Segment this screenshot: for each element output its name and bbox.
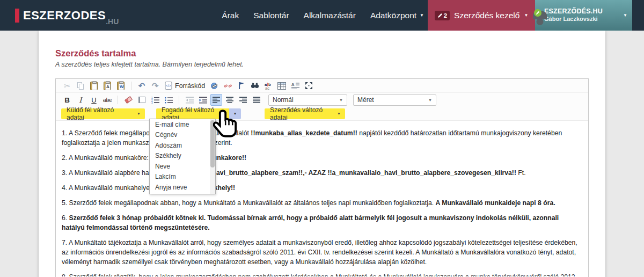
contract-paragraph: 7. A Munkáltató tájékoztatja a Munkaváll… [62,238,582,267]
size-select[interactable]: Méret ▼ [353,94,436,106]
nav-item-sablontar[interactable]: Sablontár [253,11,289,20]
receiver-variables-dropdown: E-mail címe Cégnév Adószám Székhely Neve… [149,119,216,194]
numbered-list-icon[interactable]: 123 [149,94,161,106]
find-icon[interactable] [249,80,261,92]
contract-paragraph: 8. Szerződő felek rögzítik, hogy a jelen… [62,272,582,276]
chevron-down-icon: ▼ [337,112,341,115]
main-nav: Árak Sablontár Alkalmazástár Adatközpont… [222,0,424,31]
chevron-down-icon: ▼ [233,112,237,115]
maximize-icon[interactable] [303,80,314,92]
logo-suffix: .HU [106,17,119,26]
source-icon: </> [165,82,173,90]
page-title: Szerződés tartalma [55,48,136,59]
redo-icon[interactable]: ↷ [149,80,161,92]
dropdown-item[interactable]: Cégnév [150,130,215,141]
svg-text:3: 3 [151,101,153,104]
cut-icon[interactable]: ✂ [61,80,73,92]
replace-icon[interactable]: abac [262,80,274,92]
remove-format-icon[interactable] [122,94,134,106]
dropdown-item[interactable]: Neve [150,161,215,172]
editor-content-area[interactable]: 1. A Szerződő felek megállapodnak abban,… [56,121,588,276]
dropdown-item[interactable]: Anyja neve [150,182,215,193]
avatar-status-badge [534,9,541,17]
justify-icon[interactable] [251,94,262,106]
contract-paragraph: 3. A Munkavállaló alapbére havi !!a_munk… [62,168,582,178]
svg-text:ac: ac [265,86,269,90]
receiver-variables-button[interactable]: Fogadó fél változó adatai [156,108,229,119]
account-org: ESZERZŐDÉS.HU [544,8,619,16]
table-icon[interactable] [276,80,288,92]
nav-item-arak[interactable]: Árak [222,11,239,20]
show-blocks-icon[interactable] [136,94,148,106]
unlink-icon[interactable] [222,80,234,92]
account-menu[interactable]: ESZERZŐDÉS.HU Gábor Laczkovszki ▼ [535,0,632,31]
italic-icon[interactable]: I [75,94,86,106]
chevron-down-icon: ▼ [137,112,141,115]
contract-count-badge: 2 [435,11,450,20]
contract-manager-label: Szerződés kezelő [454,11,519,20]
bulleted-list-icon[interactable] [163,94,174,106]
align-left-icon[interactable] [210,94,222,106]
chevron-down-icon: ▼ [428,98,432,102]
svg-text:A: A [291,82,295,87]
link-icon[interactable] [209,80,221,92]
underline-icon[interactable]: U [88,94,100,106]
contract-paragraph: 1. A Szerződő felek megállapodnak abban,… [62,128,582,148]
account-name: Gábor Laczkovszki [544,16,619,23]
align-right-icon[interactable] [237,94,249,106]
contract-variables-button[interactable]: Szerződés változó adatai ▼ [265,108,345,119]
toolbar-separator [118,96,118,104]
dropdown-item[interactable]: Adószám [150,140,215,151]
paste-word-icon[interactable]: W [115,80,127,92]
dropdown-scrollbar-thumb[interactable] [210,120,215,167]
logo-text: ESZERZODES [23,9,106,23]
templates-icon[interactable]: A [289,80,301,92]
logo-red-bar-icon [15,9,19,23]
undo-icon[interactable]: ↶ [136,80,148,92]
paste-text-icon[interactable]: A [101,80,113,92]
rich-text-editor: ✂ A W ↶ ↷ </> Forráskód abac A [55,78,589,277]
editor-toolbar-row-3: Küldő fél változó adatai ▼ Fogadó fél vá… [56,107,588,121]
sender-variables-button[interactable]: Küldő fél változó adatai ▼ [61,108,145,119]
contract-paragraph: 5. Szerződő felek megállapodnak abban, h… [62,198,582,208]
top-navbar: ESZERZODES .HU Árak Sablontár Alkalmazás… [0,0,644,31]
nav-item-alkalmazastar[interactable]: Alkalmazástár [304,11,356,20]
indent-icon[interactable] [197,94,209,106]
signature-icon [437,13,443,18]
chevron-down-icon: ▼ [623,13,627,18]
dropdown-item[interactable]: Lakcím [150,172,215,183]
chevron-down-icon: ▼ [420,13,424,18]
contract-manager-menu[interactable]: 2 Szerződés kezelő ▼ [428,0,535,31]
nav-item-adatkozpont[interactable]: Adatközpont▼ [370,11,424,20]
editor-toolbar-row-2: B I U abc 123 Normál [56,93,588,107]
anchor-flag-icon[interactable] [236,80,247,92]
dropdown-scrollbar[interactable] [210,119,215,194]
contract-paragraph: 4. A Munkavállaló munkahelye: !!a_munkal… [62,183,582,193]
outdent-icon[interactable] [184,94,195,106]
copy-icon[interactable] [75,80,86,92]
page-subtitle: A szerződés teljes kifejtett tartalma. B… [55,61,244,68]
receiver-variables-caret-button[interactable]: ▼ [229,108,241,119]
chevron-down-icon: ▼ [339,98,343,102]
format-select[interactable]: Normál ▼ [268,94,347,106]
strike-icon[interactable]: abc [101,94,113,106]
editor-toolbar-row-1: ✂ A W ↶ ↷ </> Forráskód abac A [56,79,588,93]
toolbar-separator [179,96,179,104]
dropdown-item[interactable]: E-mail címe [150,119,215,130]
paste-icon[interactable] [88,80,100,92]
source-button[interactable]: </> Forráskód [163,80,207,92]
dropdown-item[interactable]: Születési neve [150,193,215,195]
chevron-down-icon: ▼ [524,13,528,18]
contract-paragraph: 6. Szerződő felek 3 hónap próbaidőt kötn… [62,213,582,232]
svg-text:</>: </> [166,84,171,88]
pencil-icon [536,11,540,15]
toolbar-separator [131,82,131,90]
site-logo[interactable]: ESZERZODES .HU [15,0,119,31]
bold-icon[interactable]: B [61,94,73,106]
align-center-icon[interactable] [224,94,236,106]
dropdown-item[interactable]: Székhely [150,151,215,162]
contract-paragraph: 2. A Munkavállaló munkaköre: !!a_munkava… [62,153,582,163]
